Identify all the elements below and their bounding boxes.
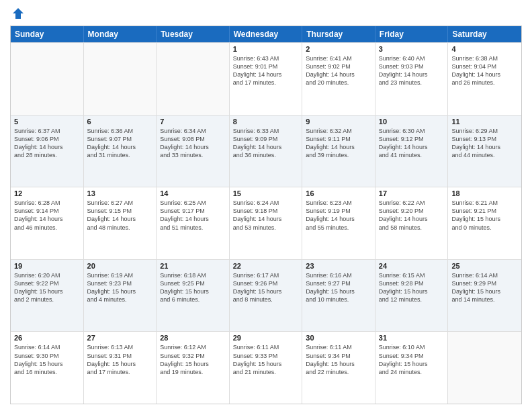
day-number: 9 — [306, 118, 371, 126]
day-number: 5 — [14, 118, 80, 126]
col-header-wednesday: Wednesday — [230, 26, 303, 42]
col-header-friday: Friday — [375, 26, 449, 42]
cell-text: Sunrise: 6:38 AMSunset: 9:04 PMDaylight:… — [451, 54, 518, 87]
logo — [10, 7, 25, 20]
cal-cell-4-1: 27Sunrise: 6:13 AMSunset: 9:31 PMDayligh… — [84, 332, 157, 404]
cell-text: Sunrise: 6:29 AMSunset: 9:13 PMDaylight:… — [451, 127, 518, 160]
cal-cell-4-3: 29Sunrise: 6:11 AMSunset: 9:33 PMDayligh… — [230, 332, 303, 404]
day-number: 4 — [451, 45, 518, 53]
cell-text: Sunrise: 6:11 AMSunset: 9:34 PMDaylight:… — [306, 343, 371, 376]
cal-cell-1-3: 8Sunrise: 6:33 AMSunset: 9:09 PMDaylight… — [230, 116, 303, 187]
calendar-header-row: SundayMondayTuesdayWednesdayThursdayFrid… — [11, 26, 521, 42]
cell-text: Sunrise: 6:33 AMSunset: 9:09 PMDaylight:… — [233, 127, 299, 160]
cell-text: Sunrise: 6:14 AMSunset: 9:30 PMDaylight:… — [14, 343, 80, 376]
cal-cell-4-5: 31Sunrise: 6:10 AMSunset: 9:34 PMDayligh… — [375, 332, 449, 404]
day-number: 20 — [87, 262, 153, 270]
day-number: 7 — [160, 118, 226, 126]
cal-cell-2-0: 12Sunrise: 6:28 AMSunset: 9:14 PMDayligh… — [11, 187, 84, 259]
day-number: 28 — [160, 334, 226, 342]
day-number: 3 — [379, 45, 445, 53]
col-header-saturday: Saturday — [448, 26, 521, 42]
cal-cell-3-1: 20Sunrise: 6:19 AMSunset: 9:23 PMDayligh… — [84, 260, 157, 332]
page: SundayMondayTuesdayWednesdayThursdayFrid… — [0, 0, 532, 411]
cell-text: Sunrise: 6:14 AMSunset: 9:29 PMDaylight:… — [451, 271, 518, 304]
cell-text: Sunrise: 6:11 AMSunset: 9:33 PMDaylight:… — [233, 343, 299, 376]
cal-cell-2-4: 16Sunrise: 6:23 AMSunset: 9:19 PMDayligh… — [302, 187, 375, 259]
cal-cell-3-4: 23Sunrise: 6:16 AMSunset: 9:27 PMDayligh… — [302, 260, 375, 332]
cell-text: Sunrise: 6:22 AMSunset: 9:20 PMDaylight:… — [379, 199, 445, 232]
header — [10, 7, 522, 20]
cell-text: Sunrise: 6:12 AMSunset: 9:32 PMDaylight:… — [160, 343, 226, 376]
logo-icon — [11, 7, 25, 20]
cal-cell-1-0: 5Sunrise: 6:37 AMSunset: 9:06 PMDaylight… — [11, 116, 84, 187]
day-number: 26 — [14, 334, 80, 342]
day-number: 10 — [379, 118, 445, 126]
cell-text: Sunrise: 6:24 AMSunset: 9:18 PMDaylight:… — [233, 199, 299, 232]
cal-cell-0-4: 2Sunrise: 6:41 AMSunset: 9:02 PMDaylight… — [302, 43, 375, 115]
cell-text: Sunrise: 6:10 AMSunset: 9:34 PMDaylight:… — [379, 343, 445, 376]
day-number: 12 — [14, 189, 80, 197]
cal-cell-0-0 — [11, 43, 84, 115]
calendar-row-1: 5Sunrise: 6:37 AMSunset: 9:06 PMDaylight… — [11, 115, 521, 187]
cal-cell-3-6: 25Sunrise: 6:14 AMSunset: 9:29 PMDayligh… — [448, 260, 521, 332]
cell-text: Sunrise: 6:34 AMSunset: 9:08 PMDaylight:… — [160, 127, 226, 160]
day-number: 18 — [451, 189, 518, 197]
cal-cell-1-2: 7Sunrise: 6:34 AMSunset: 9:08 PMDaylight… — [157, 116, 230, 187]
cal-cell-0-1 — [84, 43, 157, 115]
cal-cell-3-0: 19Sunrise: 6:20 AMSunset: 9:22 PMDayligh… — [11, 260, 84, 332]
cell-text: Sunrise: 6:40 AMSunset: 9:03 PMDaylight:… — [379, 54, 445, 87]
cell-text: Sunrise: 6:30 AMSunset: 9:12 PMDaylight:… — [379, 127, 445, 160]
calendar: SundayMondayTuesdayWednesdayThursdayFrid… — [10, 26, 522, 404]
cell-text: Sunrise: 6:32 AMSunset: 9:11 PMDaylight:… — [306, 127, 371, 160]
cell-text: Sunrise: 6:27 AMSunset: 9:15 PMDaylight:… — [87, 199, 153, 232]
cell-text: Sunrise: 6:21 AMSunset: 9:21 PMDaylight:… — [451, 199, 518, 232]
col-header-sunday: Sunday — [11, 26, 84, 42]
cal-cell-0-6: 4Sunrise: 6:38 AMSunset: 9:04 PMDaylight… — [448, 43, 521, 115]
cell-text: Sunrise: 6:41 AMSunset: 9:02 PMDaylight:… — [306, 54, 371, 87]
calendar-body: 1Sunrise: 6:43 AMSunset: 9:01 PMDaylight… — [11, 42, 521, 404]
day-number: 29 — [233, 334, 299, 342]
cell-text: Sunrise: 6:43 AMSunset: 9:01 PMDaylight:… — [233, 54, 299, 87]
cal-cell-2-3: 15Sunrise: 6:24 AMSunset: 9:18 PMDayligh… — [230, 187, 303, 259]
cal-cell-1-4: 9Sunrise: 6:32 AMSunset: 9:11 PMDaylight… — [302, 116, 375, 187]
cal-cell-3-5: 24Sunrise: 6:15 AMSunset: 9:28 PMDayligh… — [375, 260, 449, 332]
col-header-thursday: Thursday — [302, 26, 375, 42]
cell-text: Sunrise: 6:37 AMSunset: 9:06 PMDaylight:… — [14, 127, 80, 160]
day-number: 24 — [379, 262, 445, 270]
day-number: 30 — [306, 334, 371, 342]
day-number: 1 — [233, 45, 299, 53]
calendar-row-3: 19Sunrise: 6:20 AMSunset: 9:22 PMDayligh… — [11, 259, 521, 332]
cal-cell-2-1: 13Sunrise: 6:27 AMSunset: 9:15 PMDayligh… — [84, 187, 157, 259]
calendar-row-0: 1Sunrise: 6:43 AMSunset: 9:01 PMDaylight… — [11, 42, 521, 115]
cell-text: Sunrise: 6:19 AMSunset: 9:23 PMDaylight:… — [87, 271, 153, 304]
day-number: 11 — [451, 118, 518, 126]
day-number: 22 — [233, 262, 299, 270]
cal-cell-2-5: 17Sunrise: 6:22 AMSunset: 9:20 PMDayligh… — [375, 187, 449, 259]
cal-cell-1-6: 11Sunrise: 6:29 AMSunset: 9:13 PMDayligh… — [448, 116, 521, 187]
svg-marker-0 — [13, 8, 24, 19]
cell-text: Sunrise: 6:17 AMSunset: 9:26 PMDaylight:… — [233, 271, 299, 304]
day-number: 31 — [379, 334, 445, 342]
cal-cell-3-2: 21Sunrise: 6:18 AMSunset: 9:25 PMDayligh… — [157, 260, 230, 332]
day-number: 13 — [87, 189, 153, 197]
col-header-monday: Monday — [84, 26, 157, 42]
day-number: 27 — [87, 334, 153, 342]
day-number: 15 — [233, 189, 299, 197]
cell-text: Sunrise: 6:36 AMSunset: 9:07 PMDaylight:… — [87, 127, 153, 160]
cell-text: Sunrise: 6:25 AMSunset: 9:17 PMDaylight:… — [160, 199, 226, 232]
day-number: 8 — [233, 118, 299, 126]
cell-text: Sunrise: 6:13 AMSunset: 9:31 PMDaylight:… — [87, 343, 153, 376]
cal-cell-4-2: 28Sunrise: 6:12 AMSunset: 9:32 PMDayligh… — [157, 332, 230, 404]
cell-text: Sunrise: 6:20 AMSunset: 9:22 PMDaylight:… — [14, 271, 80, 304]
cell-text: Sunrise: 6:23 AMSunset: 9:19 PMDaylight:… — [306, 199, 371, 232]
cal-cell-4-0: 26Sunrise: 6:14 AMSunset: 9:30 PMDayligh… — [11, 332, 84, 404]
cell-text: Sunrise: 6:15 AMSunset: 9:28 PMDaylight:… — [379, 271, 445, 304]
day-number: 19 — [14, 262, 80, 270]
day-number: 25 — [451, 262, 518, 270]
calendar-row-4: 26Sunrise: 6:14 AMSunset: 9:30 PMDayligh… — [11, 331, 521, 404]
cal-cell-0-2 — [157, 43, 230, 115]
cal-cell-4-4: 30Sunrise: 6:11 AMSunset: 9:34 PMDayligh… — [302, 332, 375, 404]
cal-cell-0-3: 1Sunrise: 6:43 AMSunset: 9:01 PMDaylight… — [230, 43, 303, 115]
cal-cell-1-5: 10Sunrise: 6:30 AMSunset: 9:12 PMDayligh… — [375, 116, 449, 187]
col-header-tuesday: Tuesday — [157, 26, 230, 42]
